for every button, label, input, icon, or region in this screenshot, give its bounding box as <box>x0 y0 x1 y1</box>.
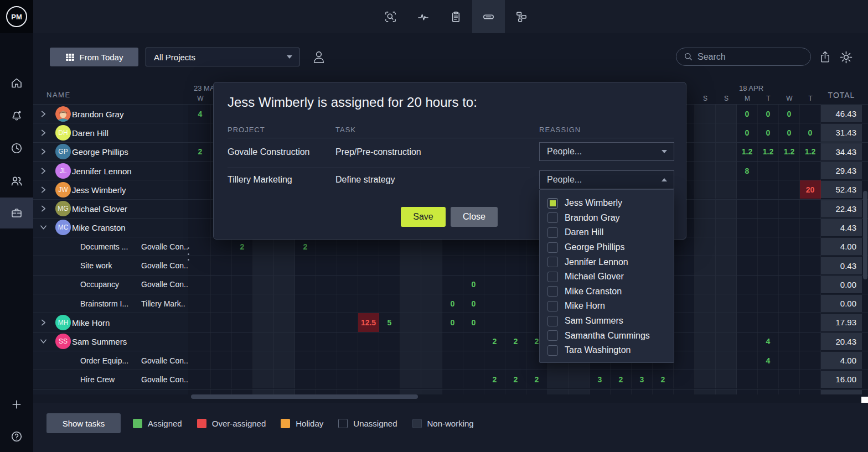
day-cell[interactable] <box>695 389 716 395</box>
schedule-row-task[interactable]: 222323216.00Hire CrewGovalle Con.. <box>33 370 868 388</box>
person-option[interactable]: Mike Horn <box>540 299 674 314</box>
expand-chevron-icon[interactable] <box>40 129 46 136</box>
day-cell[interactable] <box>190 123 211 142</box>
day-cell[interactable] <box>379 389 400 395</box>
day-cell[interactable] <box>190 313 211 331</box>
day-cell[interactable]: 0 <box>463 294 484 313</box>
day-cell[interactable] <box>400 370 421 388</box>
day-cell[interactable] <box>211 370 232 388</box>
from-today-button[interactable]: From Today <box>50 48 138 66</box>
day-cell[interactable] <box>295 276 316 294</box>
day-cell[interactable] <box>421 370 442 388</box>
day-cell[interactable] <box>737 389 758 395</box>
day-cell[interactable]: 4 <box>190 105 211 123</box>
day-cell[interactable] <box>716 256 737 274</box>
day-cell[interactable]: 2 <box>295 237 316 256</box>
sitemap-icon[interactable] <box>505 0 538 33</box>
day-cell[interactable] <box>400 256 421 274</box>
day-cell[interactable]: 0 <box>442 313 463 331</box>
day-cell[interactable] <box>779 351 800 370</box>
person-option[interactable]: George Phillips <box>540 240 674 255</box>
person-option[interactable]: Daren Hill <box>540 225 674 240</box>
day-cell[interactable]: 12.5 <box>358 313 379 331</box>
day-cell[interactable]: 0 <box>463 276 484 294</box>
day-cell[interactable] <box>295 332 316 351</box>
notifications-bell-icon[interactable] <box>0 100 33 131</box>
day-cell[interactable] <box>505 313 526 331</box>
day-cell[interactable] <box>379 370 400 388</box>
day-cell[interactable] <box>779 237 800 256</box>
day-cell[interactable] <box>505 276 526 294</box>
day-cell[interactable] <box>253 276 274 294</box>
day-cell[interactable] <box>253 370 274 388</box>
activity-icon[interactable] <box>407 0 440 33</box>
day-cell[interactable] <box>232 276 253 294</box>
day-cell[interactable] <box>779 256 800 274</box>
day-cell[interactable] <box>800 162 821 180</box>
day-cell[interactable] <box>505 351 526 370</box>
schedule-row-task[interactable]: Site workGovalle Con <box>33 389 868 395</box>
day-cell[interactable] <box>674 351 695 370</box>
day-cell[interactable] <box>800 200 821 218</box>
day-cell[interactable]: 4 <box>758 332 779 351</box>
day-cell[interactable] <box>211 294 232 313</box>
day-cell[interactable] <box>400 237 421 256</box>
day-cell[interactable] <box>337 237 358 256</box>
person-checkbox[interactable] <box>547 286 558 297</box>
day-cell[interactable] <box>800 256 821 274</box>
day-cell[interactable] <box>779 180 800 199</box>
day-cell[interactable] <box>800 276 821 294</box>
person-option[interactable]: Tara Washington <box>540 343 674 358</box>
day-cell[interactable] <box>484 294 505 313</box>
day-cell[interactable] <box>758 389 779 395</box>
day-cell[interactable] <box>442 276 463 294</box>
day-cell[interactable] <box>611 389 632 395</box>
day-cell[interactable] <box>442 256 463 274</box>
day-cell[interactable] <box>232 351 253 370</box>
day-cell[interactable] <box>695 200 716 218</box>
reassign-select-row2[interactable]: People... <box>539 170 674 189</box>
day-cell[interactable] <box>421 256 442 274</box>
day-cell[interactable] <box>274 237 295 256</box>
app-logo[interactable]: PM <box>0 0 33 33</box>
day-cell[interactable] <box>337 294 358 313</box>
day-cell[interactable] <box>737 219 758 237</box>
day-cell[interactable] <box>316 370 337 388</box>
day-cell[interactable] <box>695 162 716 180</box>
person-checkbox[interactable] <box>547 227 558 238</box>
person-checkbox[interactable] <box>547 212 558 223</box>
day-cell[interactable]: 2 <box>484 332 505 351</box>
person-checkbox[interactable] <box>547 301 558 311</box>
zoom-select-icon[interactable] <box>374 0 407 33</box>
day-cell[interactable] <box>274 332 295 351</box>
day-cell[interactable] <box>716 105 737 123</box>
day-cell[interactable] <box>674 294 695 313</box>
person-option[interactable]: Samantha Cummings <box>540 328 674 343</box>
day-cell[interactable] <box>190 351 211 370</box>
day-cell[interactable] <box>295 389 316 395</box>
day-cell[interactable]: 2 <box>526 370 547 388</box>
day-cell[interactable] <box>253 351 274 370</box>
day-cell[interactable]: 2 <box>505 370 526 388</box>
collapse-chevron-icon[interactable] <box>40 225 47 231</box>
day-cell[interactable] <box>232 313 253 331</box>
schedule-row-person[interactable]: 222420.43SSSam Summers <box>33 332 868 351</box>
day-cell[interactable]: 2 <box>484 370 505 388</box>
day-cell[interactable] <box>653 389 674 395</box>
day-cell[interactable] <box>737 256 758 274</box>
day-cell[interactable] <box>737 180 758 199</box>
day-cell[interactable] <box>190 200 211 218</box>
day-cell[interactable] <box>274 294 295 313</box>
day-cell[interactable] <box>190 294 211 313</box>
day-cell[interactable] <box>400 389 421 395</box>
day-cell[interactable] <box>337 351 358 370</box>
reassign-select-row1[interactable]: People... <box>539 142 674 161</box>
day-cell[interactable] <box>800 370 821 388</box>
workload-icon[interactable] <box>472 0 505 33</box>
day-cell[interactable] <box>316 332 337 351</box>
day-cell[interactable] <box>505 389 526 395</box>
day-cell[interactable]: 2 <box>190 143 211 161</box>
day-cell[interactable] <box>316 389 337 395</box>
day-cell[interactable] <box>190 237 211 256</box>
save-button[interactable]: Save <box>401 207 446 227</box>
